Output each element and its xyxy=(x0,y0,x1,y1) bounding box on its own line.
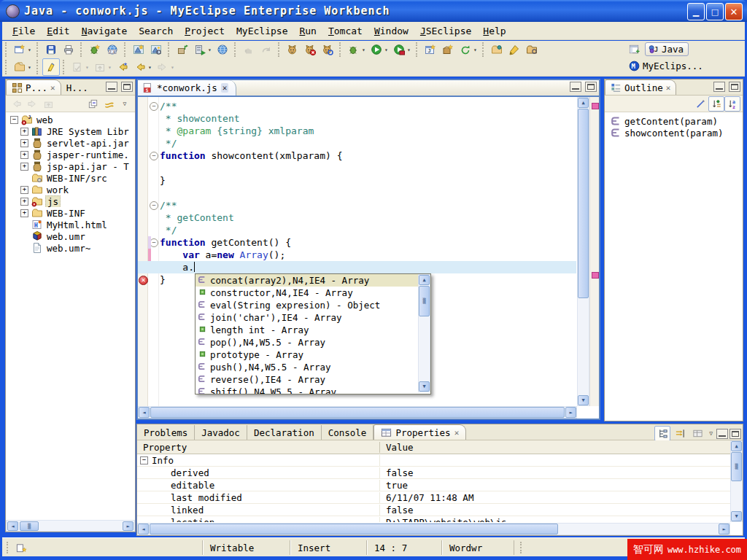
menu-help[interactable]: Help xyxy=(477,24,511,38)
scroll-up-arrow[interactable]: ▲ xyxy=(578,98,589,108)
completion-item[interactable]: length int - Array xyxy=(196,324,430,336)
minimize-view-icon[interactable] xyxy=(713,82,725,92)
toolbar-brush-button[interactable] xyxy=(506,41,523,58)
scroll-left-arrow[interactable]: ◄ xyxy=(138,524,149,534)
tree-item-web-umr-[interactable]: web.umr~ xyxy=(6,242,135,254)
tree-item-web-inf[interactable]: +WEB-INF xyxy=(6,207,135,219)
dropdown-arrow-icon[interactable]: ▾ xyxy=(473,47,479,53)
view-menu-icon[interactable]: ▽ xyxy=(707,430,715,437)
scroll-up-arrow[interactable]: ▲ xyxy=(731,441,742,451)
tree-item-work[interactable]: +work xyxy=(6,184,135,195)
tree-item-web[interactable]: −Jweb xyxy=(6,114,135,125)
menu-myeclipse[interactable]: MyEclipse xyxy=(231,24,293,38)
toolbar-refresh-button[interactable] xyxy=(457,41,474,58)
tree-item-jre-system-libr[interactable]: +JRE System Libr xyxy=(6,125,135,137)
toolbar-mark-gray-button[interactable] xyxy=(69,58,86,76)
scroll-down-arrow[interactable]: ▼ xyxy=(419,381,430,392)
filter-button[interactable] xyxy=(672,426,688,441)
tree-item-myhtml-html[interactable]: HMyHtml.html xyxy=(6,219,135,230)
property-row[interactable]: derivedfalse xyxy=(137,467,730,479)
minimize-button[interactable]: ▁ xyxy=(687,3,705,20)
maximize-editor-icon[interactable] xyxy=(585,82,597,92)
toolbar-new-jproject-button[interactable]: J xyxy=(422,41,439,58)
scroll-down-arrow[interactable]: ▼ xyxy=(578,395,589,405)
menu-run[interactable]: Run xyxy=(293,24,322,38)
toolbar-deploy-button[interactable] xyxy=(174,41,191,58)
sort-alpha-button[interactable]: az xyxy=(724,96,740,112)
scroll-thumb[interactable]: ▒ xyxy=(731,452,742,481)
toolbar-find-image-button[interactable] xyxy=(147,41,165,58)
completion-item[interactable]: push(),N4,W5.5 - Array xyxy=(196,361,430,373)
tab-properties[interactable]: Properties✕ xyxy=(374,424,466,440)
toolbar-redo-gray-button[interactable] xyxy=(258,41,275,58)
outline-item[interactable]: getContent(param) xyxy=(605,115,743,127)
scroll-thumb[interactable] xyxy=(578,109,589,298)
maximize-view-icon[interactable] xyxy=(729,82,740,92)
completion-item[interactable]: eval(String expresion) - Object xyxy=(196,299,430,311)
editor-hscrollbar[interactable]: ◄► xyxy=(138,406,577,419)
toolbar-new-web-button[interactable] xyxy=(130,41,147,58)
scroll-left-arrow[interactable]: ◄ xyxy=(7,521,18,531)
toolbar-open-type-button[interactable] xyxy=(488,41,506,58)
view-menu-button[interactable]: ▽ xyxy=(117,96,133,112)
scroll-right-arrow[interactable]: ► xyxy=(565,407,576,418)
dropdown-arrow-icon[interactable]: ▾ xyxy=(28,64,34,71)
tab-hierarchy[interactable]: H... xyxy=(61,80,93,95)
toolbar-cat-restart-button[interactable] xyxy=(319,41,336,58)
menu-search[interactable]: Search xyxy=(133,24,179,38)
tree-item-servlet-api-jar[interactable]: +servlet-api.jar xyxy=(6,137,135,149)
menu-navigate[interactable]: Navigate xyxy=(76,24,133,38)
forward-button[interactable] xyxy=(24,96,40,112)
toolbar-back-star-button[interactable] xyxy=(114,58,131,76)
minimize-view-icon[interactable] xyxy=(716,429,728,439)
tab-problems[interactable]: Problems xyxy=(137,425,195,440)
tree-item-jasper-runtime-[interactable]: +jasper-runtime. xyxy=(6,149,135,160)
completion-item[interactable]: pop(),N4,W5.5 - Array xyxy=(196,336,430,349)
toolbar-hand-button[interactable] xyxy=(240,41,258,58)
dropdown-arrow-icon[interactable]: ▾ xyxy=(28,47,34,53)
menu-window[interactable]: Window xyxy=(368,24,414,38)
expand-icon[interactable]: + xyxy=(20,139,28,147)
link-editor-button[interactable] xyxy=(101,96,117,112)
up-button[interactable] xyxy=(40,96,56,112)
scroll-thumb[interactable]: ▒ xyxy=(20,521,39,531)
minimize-view-icon[interactable] xyxy=(106,82,117,92)
tab-javadoc[interactable]: Javadoc xyxy=(195,425,247,440)
toolbar-debug-button[interactable] xyxy=(345,41,363,58)
toolbar-search-folder-button[interactable] xyxy=(523,41,541,58)
toolbar-forward-button[interactable] xyxy=(154,58,171,76)
package-explorer-hscrollbar[interactable]: ◄▒► xyxy=(6,520,135,532)
menu-tomcat[interactable]: Tomcat xyxy=(322,24,368,38)
expand-icon[interactable]: + xyxy=(20,186,28,194)
fast-view-button[interactable] xyxy=(16,542,27,553)
sort-position-button[interactable] xyxy=(708,96,724,112)
dropdown-arrow-icon[interactable]: ▾ xyxy=(362,47,368,53)
completion-item[interactable]: concat(array2),N4,IE4 - Array xyxy=(196,274,430,287)
toolbar-browser-button[interactable] xyxy=(214,41,231,58)
scroll-thumb[interactable] xyxy=(150,524,558,534)
open-perspective-button[interactable] xyxy=(626,42,642,57)
maximize-button[interactable]: □ xyxy=(706,3,724,20)
column-value[interactable]: Value xyxy=(380,442,414,453)
completion-item[interactable]: constructor,N4,IE4 - Array xyxy=(196,287,430,299)
tree-mode-button[interactable] xyxy=(654,426,670,441)
scroll-up-arrow[interactable]: ▲ xyxy=(419,275,430,285)
property-row[interactable]: editabletrue xyxy=(137,479,730,491)
java-perspective-button[interactable]: J Java xyxy=(645,42,689,56)
tab-outline[interactable]: Outline ✕ xyxy=(605,79,676,95)
property-row[interactable]: linkedfalse xyxy=(137,504,730,516)
menu-project[interactable]: Project xyxy=(179,24,231,38)
minimize-editor-icon[interactable] xyxy=(570,82,581,92)
property-row[interactable]: locationD:\TAPP\website\web\js xyxy=(137,516,730,522)
tab-declaration[interactable]: Declaration xyxy=(247,425,322,440)
maximize-view-icon[interactable] xyxy=(729,429,741,439)
tab-console[interactable]: Console xyxy=(322,425,374,440)
toolbar-folder-copy-button[interactable] xyxy=(11,58,28,76)
expand-icon[interactable]: + xyxy=(20,128,28,136)
toolbar-server-run-button[interactable] xyxy=(191,41,209,58)
toolbar-cat-run-button[interactable] xyxy=(284,41,301,58)
restore-button[interactable] xyxy=(689,426,705,441)
properties-vscrollbar[interactable]: ▲▒▼ xyxy=(730,440,743,522)
menu-file[interactable]: File xyxy=(7,24,41,38)
close-button[interactable]: ✕ xyxy=(725,3,743,20)
